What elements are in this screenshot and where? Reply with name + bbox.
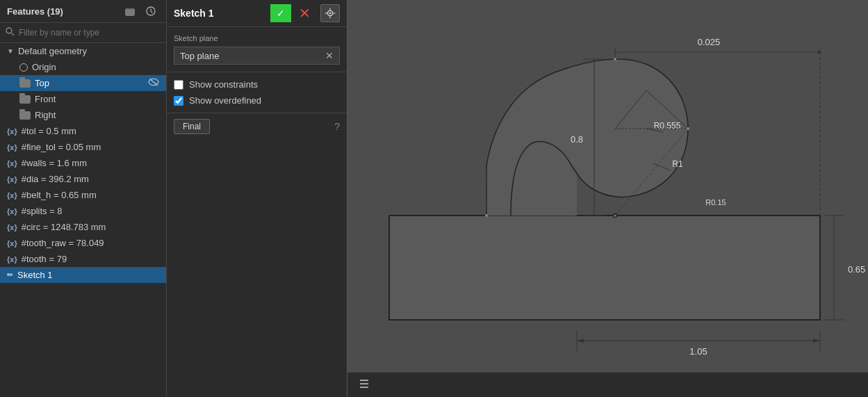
- add-folder-button[interactable]: [122, 4, 138, 18]
- svg-point-2: [6, 28, 12, 33]
- sketch-panel: Sketch 1 ✓ ✕ Sketch plane Top plane ✕ Sh…: [167, 0, 347, 397]
- cancel-button[interactable]: ✕: [295, 4, 313, 22]
- item-label: Top: [35, 78, 49, 88]
- variable-icon: {x}: [7, 255, 17, 264]
- sidebar-item-dia[interactable]: {x} #dia = 396.2 mm: [0, 171, 166, 187]
- eye-off-icon: [148, 78, 159, 88]
- show-overdefined-checkbox[interactable]: [174, 96, 183, 106]
- sidebar-item-tol[interactable]: {x} #tol = 0.5 mm: [0, 123, 166, 139]
- final-button[interactable]: Final: [174, 119, 210, 134]
- svg-text:0.025: 0.025: [698, 37, 721, 47]
- plane-clear-button[interactable]: ✕: [325, 50, 334, 61]
- item-label: #circ = 1248.783 mm: [22, 222, 106, 232]
- history-button[interactable]: [142, 4, 159, 18]
- sidebar-item-tooth-raw[interactable]: {x} #tooth_raw = 78.049: [0, 235, 166, 251]
- sidebar: Features (19) ▼ Default geometry Origin: [0, 0, 167, 397]
- sidebar-header: Features (19): [0, 0, 166, 23]
- sidebar-item-tooth[interactable]: {x} #tooth = 79: [0, 251, 166, 267]
- sketch-plane-selector[interactable]: Top plane ✕: [174, 47, 340, 65]
- folder-icon: [19, 95, 31, 104]
- sidebar-list: ▼ Default geometry Origin Top Front Righ…: [0, 43, 166, 397]
- sketch-plane-label: Sketch plane: [174, 34, 340, 42]
- search-bar: [0, 23, 166, 43]
- variable-icon: {x}: [7, 239, 17, 248]
- svg-text:R0.555: R0.555: [654, 121, 681, 131]
- show-constraints-row: Show constraints: [174, 79, 340, 90]
- sidebar-item-fine-tol[interactable]: {x} #fine_tol = 0.05 mm: [0, 139, 166, 155]
- folder-icon: [19, 79, 31, 88]
- sidebar-item-walls[interactable]: {x} #walls = 1.6 mm: [0, 155, 166, 171]
- item-label: #tooth = 79: [22, 254, 67, 264]
- svg-text:0.65: 0.65: [848, 264, 865, 275]
- origin-icon: [19, 63, 28, 72]
- show-overdefined-row: Show overdefined: [174, 95, 340, 106]
- svg-point-49: [485, 214, 488, 217]
- sketch-title: Sketch 1: [174, 8, 266, 19]
- sidebar-item-origin[interactable]: Origin: [0, 59, 166, 75]
- sidebar-item-sketch1[interactable]: ✏ Sketch 1: [0, 267, 166, 283]
- canvas-svg: 0.025 0.8 R0.555 R1 R0.15 0.65 1.05: [347, 0, 868, 397]
- sidebar-title: Features (19): [7, 6, 63, 17]
- variable-icon: {x}: [7, 191, 17, 200]
- variable-icon: {x}: [7, 143, 17, 152]
- svg-point-51: [614, 58, 616, 60]
- confirm-button[interactable]: ✓: [270, 4, 291, 22]
- search-icon: [6, 27, 15, 38]
- item-label: #dia = 396.2 mm: [22, 174, 89, 184]
- item-label: Front: [35, 94, 56, 104]
- canvas-area: 0.025 0.8 R0.555 R1 R0.15 0.65 1.05: [347, 0, 868, 397]
- help-icon[interactable]: ?: [334, 121, 340, 132]
- svg-text:0.8: 0.8: [571, 134, 583, 145]
- sidebar-item-front[interactable]: Front: [0, 91, 166, 107]
- sidebar-item-belt-h[interactable]: {x} #belt_h = 0.65 mm: [0, 187, 166, 203]
- sketch-plane-value: Top plane: [180, 51, 320, 61]
- list-view-button[interactable]: [353, 376, 375, 394]
- item-label: #belt_h = 0.65 mm: [22, 190, 97, 200]
- sidebar-item-top[interactable]: Top: [0, 75, 166, 91]
- item-label: Right: [35, 110, 56, 120]
- item-label: #walls = 1.6 mm: [22, 158, 87, 168]
- svg-point-50: [687, 127, 689, 130]
- item-label: Sketch 1: [17, 270, 53, 280]
- variable-icon: {x}: [7, 175, 17, 184]
- folder-icon: [19, 111, 31, 120]
- sidebar-item-splits[interactable]: {x} #splits = 8: [0, 203, 166, 219]
- group-label: Default geometry: [18, 46, 87, 56]
- search-input[interactable]: [19, 28, 161, 38]
- item-label: #tol = 0.5 mm: [22, 126, 76, 136]
- variable-icon: {x}: [7, 159, 17, 168]
- bottom-toolbar: [347, 372, 868, 397]
- variable-icon: {x}: [7, 207, 17, 216]
- chevron-down-icon: ▼: [7, 47, 14, 55]
- sidebar-item-default-geometry[interactable]: ▼ Default geometry: [0, 43, 166, 59]
- show-constraints-label: Show constraints: [189, 79, 258, 90]
- svg-text:R0.15: R0.15: [705, 198, 726, 206]
- variable-icon: {x}: [7, 127, 17, 136]
- variable-icon: {x}: [7, 223, 17, 232]
- item-label: Origin: [32, 62, 56, 72]
- sidebar-item-circ[interactable]: {x} #circ = 1248.783 mm: [0, 219, 166, 235]
- sketch-buttons: Final ?: [167, 113, 347, 140]
- svg-text:1.05: 1.05: [689, 346, 707, 357]
- show-constraints-checkbox[interactable]: [174, 80, 183, 90]
- look-at-button[interactable]: [320, 4, 340, 22]
- sketch-plane-section: Sketch plane Top plane ✕: [167, 27, 347, 72]
- show-overdefined-label: Show overdefined: [189, 95, 261, 106]
- sketch-header: Sketch 1 ✓ ✕: [167, 0, 347, 27]
- item-label: #fine_tol = 0.05 mm: [22, 142, 101, 152]
- svg-text:R1: R1: [672, 159, 683, 169]
- sidebar-item-right[interactable]: Right: [0, 107, 166, 123]
- item-label: #tooth_raw = 78.049: [22, 238, 104, 248]
- item-label: #splits = 8: [22, 206, 63, 216]
- svg-line-3: [12, 33, 15, 36]
- sketch-checkboxes: Show constraints Show overdefined: [167, 72, 347, 113]
- pencil-icon: ✏: [7, 270, 13, 279]
- sidebar-header-icons: [122, 4, 159, 18]
- svg-point-6: [329, 13, 331, 15]
